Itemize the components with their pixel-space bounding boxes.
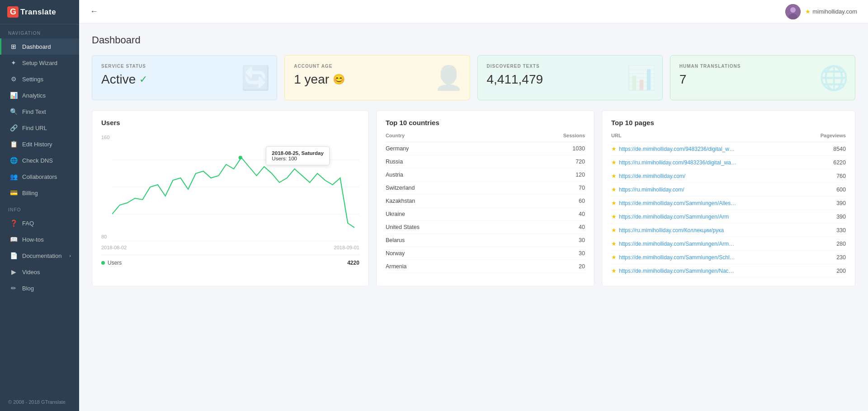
- col-pageviews: Pageviews: [806, 133, 846, 142]
- check-circle-icon: ✓: [139, 74, 147, 85]
- pages-title: Top 10 pages: [611, 119, 846, 126]
- table-row: Ukraine40: [386, 208, 585, 221]
- sidebar-item-collaborators[interactable]: 👥Collaborators: [0, 168, 79, 185]
- table-row: ★ https://ru.mimiholliday.com/9483236/di…: [611, 156, 846, 169]
- sidebar-icon-dashboard: ⊞: [9, 43, 18, 50]
- sidebar-item-videos[interactable]: ▶Videos: [0, 264, 79, 280]
- star-icon: ★: [611, 186, 617, 193]
- star-icon: ★: [611, 240, 617, 247]
- sessions-value: 40: [507, 221, 585, 234]
- sessions-value: 120: [507, 168, 585, 182]
- sidebar-label-how-tos: How-tos: [22, 236, 44, 243]
- sidebar-label-faq: FAQ: [22, 220, 34, 227]
- country-name: Switzerland: [386, 182, 507, 195]
- arrow-icon: ›: [69, 253, 71, 258]
- content-area: Dashboard SERVICE STATUS Active ✓ 🔄 ACCO…: [79, 23, 868, 411]
- sidebar-label-analytics: Analytics: [22, 92, 46, 99]
- svg-point-7: [239, 156, 242, 159]
- sessions-value: 20: [507, 260, 585, 273]
- users-chart-title: Users: [101, 119, 359, 126]
- star-icon: ★: [611, 159, 617, 166]
- sidebar-logo: G Translate: [0, 0, 79, 24]
- pageviews-value: 390: [806, 196, 846, 210]
- sidebar-item-settings[interactable]: ⚙Settings: [0, 71, 79, 87]
- stat-icon-service-status: 🔄: [241, 64, 270, 92]
- table-row: ★ https://de.mimiholliday.com/9483236/di…: [611, 142, 846, 156]
- sidebar-nav-items: ⊞Dashboard✦Setup Wizard⚙Settings📊Analyti…: [0, 38, 79, 201]
- page-url[interactable]: ★ https://de.mimiholliday.com/: [611, 173, 747, 179]
- svg-point-1: [790, 7, 796, 13]
- sidebar-icon-settings: ⚙: [9, 75, 18, 83]
- page-url[interactable]: ★ https://de.mimiholliday.com/Sammlungen…: [611, 267, 747, 274]
- table-row: Russia720: [386, 155, 585, 168]
- sidebar-item-faq[interactable]: ❓FAQ: [0, 215, 79, 231]
- page-url[interactable]: ★ https://ru.mimiholliday.com/9483236/di…: [611, 159, 747, 166]
- page-url[interactable]: ★ https://de.mimiholliday.com/Sammlungen…: [611, 254, 747, 261]
- page-url[interactable]: ★ https://de.mimiholliday.com/9483236/di…: [611, 145, 747, 152]
- sidebar-icon-analytics: 📊: [9, 92, 18, 99]
- sidebar-icon-faq: ❓: [9, 220, 18, 227]
- sidebar-item-dashboard[interactable]: ⊞Dashboard: [0, 38, 79, 55]
- sidebar-item-find-url[interactable]: 🔗Find URL: [0, 120, 79, 136]
- table-row: ★ https://de.mimiholliday.com/Sammlungen…: [611, 237, 846, 251]
- avatar: [785, 4, 801, 19]
- y-label-80: 80: [101, 234, 109, 239]
- logo-name: Translate: [20, 8, 56, 17]
- sidebar-item-blog[interactable]: ✏Blog: [0, 280, 79, 296]
- pageviews-value: 8540: [806, 142, 846, 156]
- y-label-160: 160: [101, 135, 109, 140]
- stat-icon-human-translations: 🌐: [819, 64, 849, 92]
- sidebar-item-setup-wizard[interactable]: ✦Setup Wizard: [0, 55, 79, 71]
- page-url[interactable]: ★ https://ru.mimiholliday.com/: [611, 186, 747, 193]
- stat-icon-account-age: 👤: [434, 64, 463, 92]
- topbar-left: ←: [90, 7, 98, 16]
- sidebar-icon-find-text: 🔍: [9, 108, 18, 115]
- table-row: United States40: [386, 221, 585, 234]
- sidebar-icon-how-tos: 📖: [9, 236, 18, 243]
- table-row: ★ https://de.mimiholliday.com/Sammlungen…: [611, 196, 846, 210]
- sidebar-icon-documentation: 📄: [9, 252, 18, 259]
- pageviews-value: 390: [806, 210, 846, 224]
- sessions-value: 720: [507, 155, 585, 168]
- sidebar-label-videos: Videos: [22, 269, 40, 276]
- sidebar-item-billing[interactable]: 💳Billing: [0, 185, 79, 201]
- sidebar-footer: © 2008 - 2018 GTranslate: [0, 393, 79, 411]
- menu-toggle-button[interactable]: ←: [90, 7, 98, 16]
- page-url[interactable]: ★ https://de.mimiholliday.com/Sammlungen…: [611, 213, 747, 220]
- sidebar-item-check-dns[interactable]: 🌐Check DNS: [0, 152, 79, 168]
- sidebar-icon-videos: ▶: [9, 268, 18, 276]
- legend-label: Users: [108, 260, 122, 266]
- sidebar-item-find-text[interactable]: 🔍Find Text: [0, 103, 79, 120]
- countries-table: Country Sessions Germany1030Russia720Aus…: [386, 133, 585, 273]
- sidebar-item-edit-history[interactable]: 📋Edit History: [0, 136, 79, 152]
- page-url[interactable]: ★ https://ru.mimiholliday.com/Коллекции/…: [611, 227, 747, 234]
- pages-card: Top 10 pages URL Pageviews ★ https://de.…: [602, 110, 855, 286]
- chart-legend: Users 4220: [101, 255, 359, 266]
- table-row: ★ https://de.mimiholliday.com/ 760: [611, 169, 846, 183]
- pageviews-value: 600: [806, 183, 846, 196]
- sidebar-item-how-tos[interactable]: 📖How-tos: [0, 231, 79, 248]
- users-line-chart: [112, 133, 359, 241]
- table-row: Armenia20: [386, 260, 585, 273]
- pageviews-value: 760: [806, 169, 846, 183]
- star-icon: ★: [611, 200, 617, 206]
- country-name: Belarus: [386, 234, 507, 247]
- user-name: ★ mimiholliday.com: [805, 8, 857, 15]
- date-start: 2018-08-02: [101, 245, 127, 250]
- page-url[interactable]: ★ https://de.mimiholliday.com/Sammlungen…: [611, 240, 747, 247]
- sidebar-icon-find-url: 🔗: [9, 124, 18, 131]
- sidebar-label-check-dns: Check DNS: [22, 157, 53, 164]
- country-name: Kazakhstan: [386, 195, 507, 208]
- countries-card: Top 10 countries Country Sessions German…: [376, 110, 594, 286]
- stats-row: SERVICE STATUS Active ✓ 🔄 ACCOUNT AGE 1 …: [92, 55, 855, 100]
- sidebar-item-documentation[interactable]: 📄Documentation ›: [0, 248, 79, 264]
- country-name: United States: [386, 221, 507, 234]
- sidebar-item-analytics[interactable]: 📊Analytics: [0, 87, 79, 103]
- sidebar-icon-blog: ✏: [9, 285, 18, 292]
- sessions-value: 40: [507, 208, 585, 221]
- sidebar: G Translate NAVIGATION ⊞Dashboard✦Setup …: [0, 0, 79, 411]
- table-row: Norway30: [386, 247, 585, 260]
- country-name: Ukraine: [386, 208, 507, 221]
- table-row: ★ https://de.mimiholliday.com/Sammlungen…: [611, 251, 846, 264]
- page-url[interactable]: ★ https://de.mimiholliday.com/Sammlungen…: [611, 200, 747, 206]
